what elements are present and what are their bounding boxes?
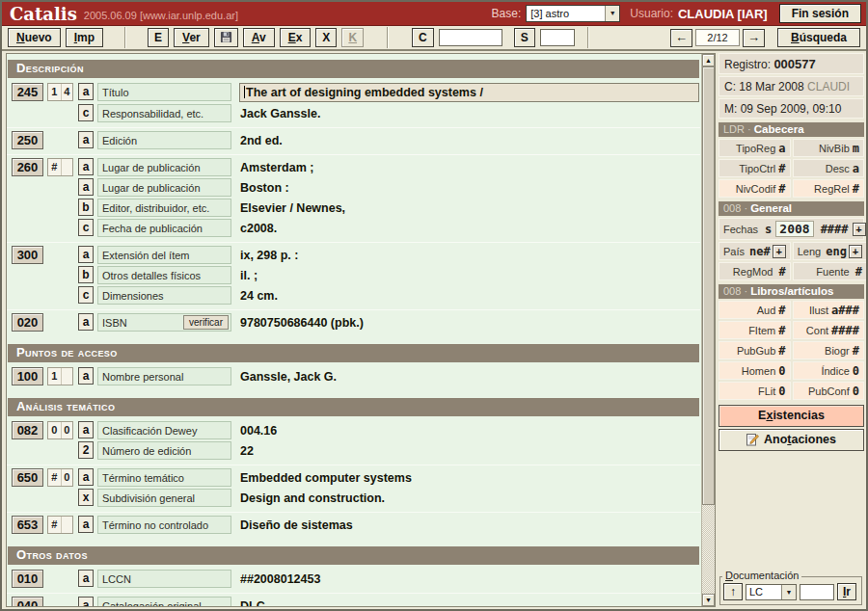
existencias-button[interactable]: Existencias [719, 405, 864, 427]
imp-button[interactable]: Imp [66, 28, 103, 47]
logout-button[interactable]: Fin sesión [779, 4, 861, 23]
subfield-code-button[interactable]: c [78, 219, 94, 236]
indicator-box[interactable]: 1 [47, 367, 73, 385]
subfield-code-button[interactable]: a [78, 421, 94, 438]
subfield-value[interactable]: 24 cm. [231, 286, 700, 303]
pubconf-cell[interactable]: PubConf0 [793, 382, 865, 400]
fechas-type-value[interactable]: s [765, 223, 772, 236]
leng-plus-button[interactable]: + [849, 245, 862, 258]
subfield-value[interactable]: c2008. [231, 219, 700, 235]
anotaciones-button[interactable]: Anotaciones [719, 429, 864, 451]
tipoctrl-cell[interactable]: TipoCtrl# [719, 159, 791, 177]
regrel-cell[interactable]: RegRel# [793, 179, 865, 198]
doc-input[interactable] [800, 584, 834, 600]
scrollbar-up-button[interactable]: ▲ [702, 54, 715, 66]
subfield-value[interactable]: Elsevier / Newnes, [231, 199, 700, 215]
subfield-value[interactable]: ix, 298 p. : [231, 246, 700, 262]
subfield-value[interactable]: 9780750686440 (pbk.) [231, 313, 700, 330]
indicator-box[interactable]: #0 [47, 468, 73, 487]
subfield-code-button[interactable]: a [78, 246, 94, 263]
subfield-value[interactable]: 22 [231, 441, 700, 458]
nivbib-cell[interactable]: NivBibm [793, 139, 865, 157]
subfield-value[interactable]: il. ; [231, 266, 700, 282]
k-button[interactable]: K [341, 28, 364, 47]
tag-button-082[interactable]: 082 [12, 421, 43, 439]
nivcodif-cell[interactable]: NivCodif# [719, 179, 791, 198]
biogr-cell[interactable]: Biogr# [793, 341, 865, 359]
doc-go-button[interactable]: Ir [837, 583, 856, 600]
subfield-value[interactable]: Diseño de sistemas [231, 516, 700, 532]
x-button[interactable]: X [315, 28, 337, 47]
aud-cell[interactable]: Aud# [719, 301, 791, 319]
subfield-value[interactable]: 004.16 [231, 421, 700, 438]
subfield-value[interactable]: 2nd ed. [231, 131, 700, 147]
pais-plus-button[interactable]: + [773, 245, 786, 258]
ilust-cell[interactable]: Ilusta### [793, 301, 865, 319]
doc-select[interactable]: LC ▼ [746, 584, 797, 600]
tag-button-653[interactable]: 653 [12, 516, 43, 534]
subfield-value[interactable]: Ganssle, Jack G. [231, 367, 700, 384]
base-select[interactable]: [3] astro ▼ [526, 5, 620, 22]
av-button[interactable]: Av [243, 28, 275, 47]
desc-cell[interactable]: Desca [793, 159, 865, 177]
subfield-code-button[interactable]: a [78, 313, 94, 331]
fitem-cell[interactable]: FItem# [719, 321, 791, 339]
subfield-code-button[interactable]: a [78, 158, 94, 175]
índice-cell[interactable]: Índice0 [793, 361, 865, 380]
ex-button[interactable]: Ex [280, 28, 312, 47]
tag-button-020[interactable]: 020 [12, 313, 43, 332]
tiporeg-cell[interactable]: TipoRega [719, 139, 791, 157]
cont-cell[interactable]: Cont#### [793, 321, 865, 339]
s-input[interactable] [540, 29, 575, 46]
subfield-code-button[interactable]: x [78, 489, 94, 506]
scrollbar-down-button[interactable]: ▼ [702, 594, 715, 606]
tag-button-040[interactable]: 040 [12, 597, 43, 607]
indicator-box[interactable]: # [47, 158, 73, 176]
subfield-value[interactable]: Design and construction. [231, 489, 700, 505]
save-button[interactable] [214, 28, 238, 47]
nuevo-button[interactable]: Nuevo [8, 28, 61, 47]
vertical-scrollbar[interactable]: ▲ ▼ [701, 54, 715, 606]
scrollbar-thumb[interactable] [702, 66, 715, 505]
subfield-value[interactable]: Boston : [231, 178, 700, 195]
regmod-cell[interactable]: RegMod # [719, 262, 791, 280]
indicator-box[interactable]: 14 [47, 83, 73, 101]
subfield-value[interactable]: Jack Ganssle. [231, 104, 700, 120]
indicator-box[interactable]: 00 [47, 421, 73, 439]
busqueda-button[interactable]: Búsqueda [777, 28, 860, 47]
tag-button-300[interactable]: 300 [12, 246, 43, 264]
subfield-code-button[interactable]: b [78, 199, 94, 216]
subfield-code-button[interactable]: a [78, 468, 94, 486]
tag-button-250[interactable]: 250 [12, 131, 43, 149]
tag-button-650[interactable]: 650 [12, 468, 43, 487]
tag-button-010[interactable]: 010 [12, 570, 43, 588]
subfield-value[interactable]: Embedded computer systems [231, 468, 700, 485]
ver-button[interactable]: Ver [174, 28, 209, 47]
subfield-code-button[interactable]: a [78, 367, 94, 385]
subfield-code-button[interactable]: c [78, 104, 94, 121]
dropdown-arrow-icon[interactable]: ▼ [781, 585, 796, 599]
subfield-code-button[interactable]: 2 [78, 441, 94, 459]
tag-button-100[interactable]: 100 [12, 367, 43, 385]
doc-up-button[interactable]: ↑ [723, 583, 743, 600]
tag-button-245[interactable]: 245 [12, 83, 43, 101]
dropdown-arrow-icon[interactable]: ▼ [605, 6, 619, 21]
s-button[interactable]: S [514, 28, 535, 47]
fuente-cell[interactable]: Fuente # [793, 262, 866, 280]
subfield-code-button[interactable]: a [78, 516, 94, 533]
pais-cell[interactable]: País ne# + [719, 242, 791, 260]
e-button[interactable]: E [148, 28, 169, 47]
subfield-code-button[interactable]: a [78, 131, 94, 148]
subfield-value[interactable]: Amsterdam ; [231, 158, 700, 174]
leng-cell[interactable]: Leng eng + [793, 242, 866, 260]
subfield-code-button[interactable]: a [78, 83, 94, 100]
tag-button-260[interactable]: 260 [12, 158, 43, 176]
subfield-value[interactable]: ##2008012453 [231, 570, 700, 586]
indicator-box[interactable]: # [47, 516, 73, 534]
c-button[interactable]: C [412, 28, 434, 47]
subfield-value[interactable]: DLC [231, 597, 700, 607]
previous-record-button[interactable]: ← [670, 29, 692, 47]
fechas-year-field[interactable]: 2008 [775, 221, 813, 237]
next-record-button[interactable]: → [743, 29, 765, 47]
subfield-code-button[interactable]: a [78, 597, 94, 607]
